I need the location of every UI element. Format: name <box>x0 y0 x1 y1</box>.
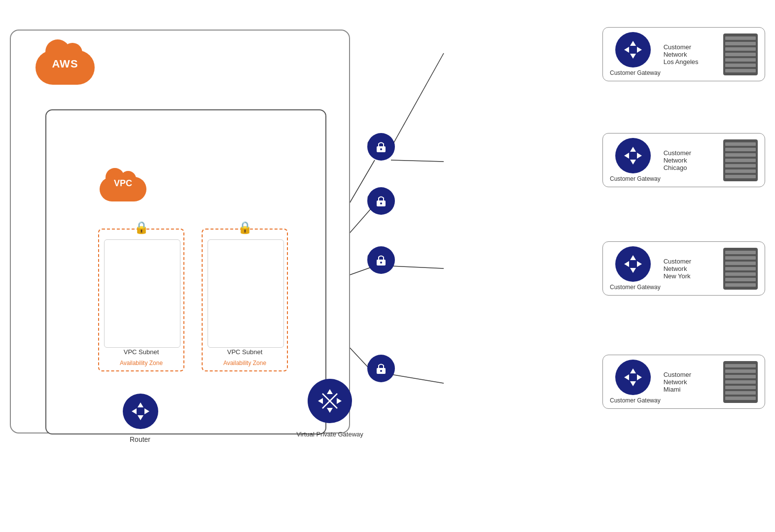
svg-marker-39 <box>630 368 636 373</box>
vpn-ny-icon <box>367 246 395 274</box>
aws-box: AWS VPC 🔒 VPC Subnet Availability Zone <box>10 30 350 433</box>
cg-la-label: Customer Gateway <box>610 69 661 76</box>
svg-marker-34 <box>637 153 642 159</box>
vpn-chicago-upper-icon <box>367 187 395 215</box>
cn-miami-labels: Customer Network Miami <box>664 371 715 393</box>
cg-la-wrapper: Customer Gateway <box>610 32 661 76</box>
lock-icon-2: 🔒 <box>238 221 252 234</box>
svg-marker-37 <box>624 261 629 267</box>
svg-marker-38 <box>637 261 642 267</box>
svg-line-6 <box>391 160 444 162</box>
vpc-box: VPC 🔒 VPC Subnet Availability Zone 🔒 VPC… <box>45 109 326 434</box>
svg-marker-27 <box>630 41 636 46</box>
router-label: Router <box>113 435 167 443</box>
az-label-1: Availability Zone <box>99 360 183 366</box>
customer-gateway-miami-icon <box>615 360 651 395</box>
svg-point-20 <box>380 148 382 150</box>
router-icon <box>123 394 158 429</box>
svg-marker-35 <box>630 255 636 260</box>
svg-marker-9 <box>138 402 143 407</box>
cn-ny-network-label: Customer Network <box>664 258 715 272</box>
az-label-2: Availability Zone <box>203 360 287 366</box>
cg-chicago-label: Customer Gateway <box>610 175 661 182</box>
cn-la-labels: Customer Network Los Angeles <box>664 43 715 66</box>
cg-ny-wrapper: Customer Gateway <box>610 246 661 291</box>
svg-line-8 <box>391 374 444 383</box>
vpg-arrows-svg <box>316 387 344 415</box>
svg-marker-33 <box>624 153 629 159</box>
customer-gateway-chicago-icon <box>615 138 651 173</box>
cg-ny-label: Customer Gateway <box>610 284 661 291</box>
vpn-la-svg <box>373 138 389 155</box>
router-arrows-svg <box>130 400 151 422</box>
vpg-icon <box>308 379 352 423</box>
cg-miami-label: Customer Gateway <box>610 397 661 404</box>
vpn-ny-group: VPNConnection <box>367 246 395 260</box>
svg-marker-12 <box>144 408 149 414</box>
cn-la-city: Los Angeles <box>664 58 699 66</box>
svg-marker-29 <box>624 47 629 53</box>
svg-marker-42 <box>637 374 642 380</box>
cn-ny-labels: Customer Network New York <box>664 258 715 280</box>
customer-network-ny: Customer Gateway Customer Network New Yo… <box>602 241 765 296</box>
lock-icon-1: 🔒 <box>134 221 149 234</box>
vpn-miami-svg <box>373 360 389 377</box>
customer-network-miami: Customer Gateway Customer Network Miami <box>602 355 765 409</box>
svg-point-22 <box>380 202 382 204</box>
cg-miami-arrows-svg <box>622 366 644 388</box>
subnet-label-1: VPC Subnet <box>99 348 183 356</box>
svg-line-5 <box>391 53 444 148</box>
subnet-inner-1 <box>104 239 180 348</box>
svg-line-7 <box>391 266 444 268</box>
cn-miami-city: Miami <box>664 386 681 393</box>
svg-marker-16 <box>337 398 342 404</box>
svg-marker-31 <box>630 147 636 152</box>
svg-marker-36 <box>630 268 636 273</box>
subnet-inner-2 <box>208 239 284 348</box>
vpn-miami-icon <box>367 355 395 382</box>
subnet-label-2: VPC Subnet <box>203 348 287 356</box>
cg-la-arrows-svg <box>622 39 644 61</box>
server-la <box>723 33 758 75</box>
svg-marker-11 <box>132 408 137 414</box>
svg-marker-13 <box>327 389 333 394</box>
vpn-la-icon <box>367 133 395 161</box>
server-ny <box>723 248 758 290</box>
cn-ny-city: New York <box>664 272 691 280</box>
cn-la-network-label: Customer Network <box>664 43 715 58</box>
svg-marker-32 <box>630 160 636 165</box>
svg-marker-15 <box>318 398 323 404</box>
cg-ny-arrows-svg <box>622 253 644 275</box>
customer-network-la: Customer Gateway Customer Network Los An… <box>602 27 765 81</box>
cn-chicago-network-label: Customer Network <box>664 149 715 164</box>
customer-network-chicago: Customer Gateway Customer Network Chicag… <box>602 133 765 187</box>
vpn-chicago-upper-group: VPNConnection <box>367 187 395 200</box>
cn-chicago-labels: Customer Network Chicago <box>664 149 715 171</box>
svg-marker-10 <box>138 415 143 420</box>
server-chicago <box>723 139 758 181</box>
svg-marker-41 <box>624 374 629 380</box>
vpn-chicago-upper-svg <box>373 193 389 209</box>
vpn-miami-group: VPNConnection <box>367 355 395 368</box>
aws-label: AWS <box>35 58 95 70</box>
cg-chicago-wrapper: Customer Gateway <box>610 138 661 182</box>
vpc-label: VPC <box>100 178 146 189</box>
svg-marker-14 <box>327 408 333 413</box>
svg-point-24 <box>380 262 382 264</box>
cn-chicago-city: Chicago <box>664 164 687 171</box>
vpg-label: Virtual Private Gateway <box>285 431 374 438</box>
svg-point-26 <box>380 370 382 372</box>
svg-marker-28 <box>630 54 636 59</box>
cg-miami-wrapper: Customer Gateway <box>610 360 661 404</box>
customer-gateway-la-icon <box>615 32 651 67</box>
customer-gateway-ny-icon <box>615 246 651 282</box>
vpn-la-group: VPNConnection <box>367 133 395 146</box>
server-miami <box>723 361 758 403</box>
svg-marker-40 <box>630 381 636 386</box>
az-box-1: 🔒 VPC Subnet Availability Zone <box>98 229 184 371</box>
az-box-2: 🔒 VPC Subnet Availability Zone <box>202 229 288 371</box>
cn-miami-network-label: Customer Network <box>664 371 715 386</box>
vpn-ny-svg <box>373 252 389 268</box>
svg-marker-30 <box>637 47 642 53</box>
diagram-container: AWS VPC 🔒 VPC Subnet Availability Zone <box>0 0 775 532</box>
